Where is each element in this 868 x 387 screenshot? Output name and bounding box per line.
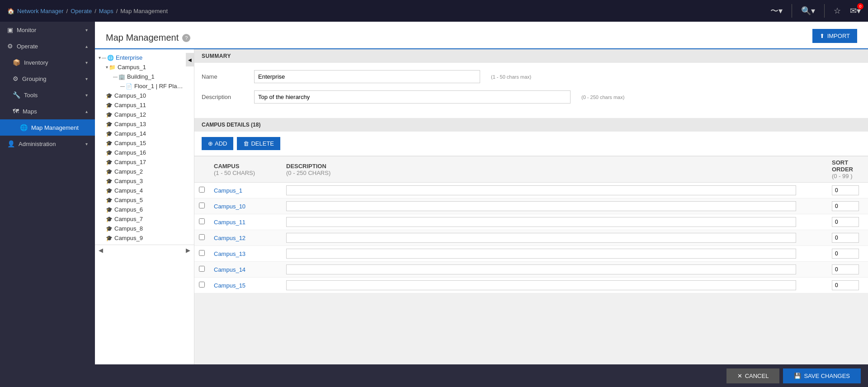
breadcrumb-network-manager[interactable]: Network Manager [17, 8, 64, 14]
campus-icon: 🎓 [106, 178, 113, 184]
tree-node-label: Campus_13 [114, 121, 146, 127]
cancel-button[interactable]: ✕ CANCEL [726, 368, 780, 383]
tree-node-campus5[interactable]: 🎓 Campus_5 [95, 195, 194, 205]
row-campus-cell: Campus_12 [209, 230, 282, 246]
row-sort-input[interactable] [832, 249, 859, 259]
tree-node-campus15[interactable]: 🎓 Campus_15 [95, 138, 194, 148]
add-button[interactable]: ⊕ ADD [202, 137, 233, 150]
col-sort-header: SORT ORDER (0 - 99 ) [827, 156, 868, 183]
row-description-cell [282, 246, 827, 262]
campus-link[interactable]: Campus_10 [214, 203, 245, 210]
row-description-input[interactable] [286, 249, 796, 259]
tree-node-floor1[interactable]: — 📄 Floor_1 | RF Pla… [95, 81, 194, 91]
description-input[interactable] [254, 90, 571, 104]
row-description-input[interactable] [286, 217, 796, 227]
main-layout: ▣ Monitor ▾ ⚙ Operate ▴ 📦 Inventory ▾ ⚙ … [0, 22, 868, 387]
sidebar-item-grouping[interactable]: ⚙ Grouping ▾ [0, 71, 95, 87]
campus-table: CAMPUS (1 - 50 CHARS) DESCRIPTION (0 - 2… [194, 156, 868, 293]
name-input[interactable] [254, 70, 480, 83]
tree-node-campus12[interactable]: 🎓 Campus_12 [95, 110, 194, 119]
star-icon[interactable]: ☆ [834, 6, 841, 16]
sidebar-item-tools[interactable]: 🔧 Tools ▾ [0, 87, 95, 103]
tree-node-campus10[interactable]: 🎓 Campus_10 [95, 91, 194, 100]
row-checkbox[interactable] [199, 234, 205, 240]
row-sort-input[interactable] [832, 201, 859, 211]
tree-scroll-left[interactable]: ◀ [99, 247, 103, 254]
row-sort-input[interactable] [832, 233, 859, 243]
row-checkbox[interactable] [199, 250, 205, 256]
row-sort-input[interactable] [832, 185, 859, 195]
campus-link[interactable]: Campus_13 [214, 250, 245, 257]
tree-node-campus2[interactable]: 🎓 Campus_2 [95, 167, 194, 176]
sidebar-item-inventory[interactable]: 📦 Inventory ▾ [0, 54, 95, 71]
tree-node-campus6[interactable]: 🎓 Campus_6 [95, 205, 194, 214]
campus-table-body: Campus_1 Campus_10 [194, 183, 868, 293]
tree-node-campus9[interactable]: 🎓 Campus_9 [95, 233, 194, 243]
row-description-input[interactable] [286, 185, 796, 195]
row-checkbox[interactable] [199, 218, 205, 224]
campus-link[interactable]: Campus_11 [214, 219, 245, 226]
sidebar-item-operate[interactable]: ⚙ Operate ▴ [0, 38, 95, 54]
plus-icon: ⊕ [208, 140, 213, 147]
campus-link[interactable]: Campus_15 [214, 282, 245, 289]
tree-node-label: Campus_12 [114, 111, 146, 118]
row-description-input[interactable] [286, 201, 796, 211]
activity-icon[interactable]: 〜▾ [770, 5, 783, 16]
row-description-cell [282, 262, 827, 278]
campus-link[interactable]: Campus_14 [214, 266, 245, 273]
campus-actions: ⊕ ADD 🗑 DELETE [194, 132, 868, 156]
campus-link[interactable]: Campus_12 [214, 235, 245, 241]
tree-node-building1[interactable]: — 🏢 Building_1 [95, 72, 194, 81]
tree-node-enterprise[interactable]: ▾ — 🌐 Enterprise [95, 53, 194, 62]
tree-node-campus13[interactable]: 🎓 Campus_13 [95, 119, 194, 129]
row-sort-input[interactable] [832, 264, 859, 274]
grouping-icon: ⚙ [13, 75, 19, 82]
chevron-up-icon: ▴ [85, 109, 88, 114]
sidebar-item-tools-label: Tools [24, 92, 38, 99]
tree-node-campus8[interactable]: 🎓 Campus_8 [95, 224, 194, 233]
tree-collapse-button[interactable]: ◀ [186, 53, 194, 66]
row-description-input[interactable] [286, 233, 796, 243]
row-checkbox[interactable] [199, 266, 205, 272]
tree-node-campus1[interactable]: ▾ 📁 Campus_1 [95, 62, 194, 72]
mail-icon[interactable]: ✉▾ 0 [850, 6, 861, 16]
sidebar-item-administration[interactable]: 👤 Administration ▾ [0, 136, 95, 152]
row-sort-input[interactable] [832, 217, 859, 227]
tree-node-campus7[interactable]: 🎓 Campus_7 [95, 214, 194, 224]
row-checkbox[interactable] [199, 282, 205, 288]
tree-node-campus14[interactable]: 🎓 Campus_14 [95, 129, 194, 138]
row-campus-cell: Campus_13 [209, 246, 282, 262]
save-changes-button[interactable]: 💾 SAVE CHANGES [783, 368, 861, 383]
row-description-cell [282, 183, 827, 198]
sidebar-item-monitor[interactable]: ▣ Monitor ▾ [0, 22, 95, 38]
search-icon[interactable]: 🔍▾ [801, 6, 815, 16]
top-navigation: 🏠 Network Manager / Operate / Maps / Map… [0, 0, 868, 22]
sidebar-item-map-management-label: Map Management [31, 124, 79, 131]
breadcrumb-operate[interactable]: Operate [71, 8, 92, 14]
row-description-input[interactable] [286, 264, 796, 274]
add-label: ADD [215, 140, 227, 147]
sidebar-item-grouping-label: Grouping [22, 76, 46, 82]
help-icon[interactable]: ? [182, 34, 190, 42]
row-sort-input[interactable] [832, 280, 859, 290]
tree-node-enterprise-link[interactable]: Enterprise [116, 54, 142, 61]
tree-node-campus3[interactable]: 🎓 Campus_3 [95, 176, 194, 186]
delete-button[interactable]: 🗑 DELETE [237, 137, 280, 150]
tree-scroll-right[interactable]: ▶ [186, 247, 190, 254]
row-description-input[interactable] [286, 280, 796, 290]
tree-node-campus11[interactable]: 🎓 Campus_11 [95, 100, 194, 110]
sidebar-item-operate-label: Operate [17, 43, 38, 50]
row-sort-cell [827, 198, 868, 214]
breadcrumb-maps[interactable]: Maps [99, 8, 113, 14]
tree-node-campus16[interactable]: 🎓 Campus_16 [95, 148, 194, 157]
row-checkbox[interactable] [199, 187, 205, 193]
folder-icon: 📁 [109, 64, 116, 71]
sidebar-item-maps[interactable]: 🗺 Maps ▴ [0, 103, 95, 119]
import-button[interactable]: ⬆ IMPORT [812, 29, 857, 43]
tree-node-campus4[interactable]: 🎓 Campus_4 [95, 186, 194, 195]
row-checkbox[interactable] [199, 203, 205, 208]
sidebar-item-map-management[interactable]: 🌐 Map Management [0, 119, 95, 136]
campus-link[interactable]: Campus_1 [214, 187, 242, 194]
tree-node-campus17[interactable]: 🎓 Campus_17 [95, 157, 194, 167]
page-header: Map Management ? ⬆ IMPORT [95, 22, 868, 49]
